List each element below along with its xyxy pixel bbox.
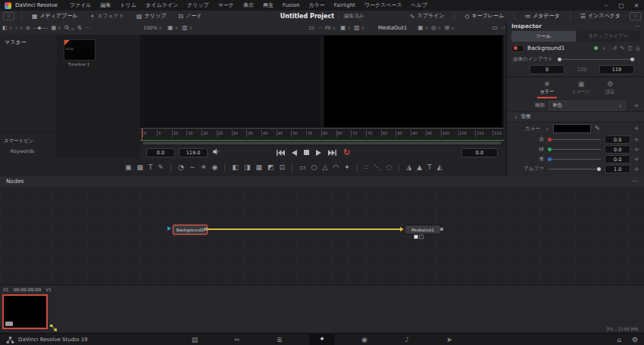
menu-item[interactable]: 編集 [96,2,116,8]
play-reverse-button[interactable] [292,150,297,156]
forward-icon[interactable]: › [20,26,23,31]
keyframe-icon[interactable]: ✛ [634,166,639,172]
merge-tool-icon[interactable]: ◧ [232,164,239,171]
merge-3d-tool-icon[interactable]: ◭ [437,164,442,171]
keyframe-icon[interactable]: ✛ [634,126,639,132]
keyframe-icon[interactable]: ✛ [634,103,639,109]
menu-item[interactable]: トリム [116,2,142,8]
menu-item[interactable]: クリップ [183,2,214,8]
ellipse-mask-tool-icon[interactable]: ○ [311,164,317,171]
blur-tool-icon[interactable]: ◉ [212,164,218,171]
channel-value-field[interactable]: 0.0 [605,145,630,154]
magic-mask-tool-icon[interactable]: ✦ [344,164,350,171]
metadata-button[interactable]: ≔メタデータ [518,11,566,21]
right-viewer[interactable] [322,35,504,128]
inspector-button[interactable]: ☰インスペクタ [574,11,627,21]
global-out-field[interactable]: 119 [599,65,634,74]
channel-value-field[interactable]: 1.0 [605,165,630,173]
keyframe-icon[interactable]: ✛ [634,147,639,153]
menu-item[interactable]: タイムライン [141,2,183,8]
tab-modifiers[interactable]: モディファイアー [577,31,641,42]
channel-slider[interactable] [548,139,601,140]
home-icon[interactable]: ⌂ [617,336,621,343]
viewer-assign-dot-1[interactable] [414,235,418,239]
node-graph[interactable]: Background1 MediaOut1 [0,186,644,284]
mediaout-output-port[interactable] [440,228,443,231]
brightness-contrast-tool-icon[interactable]: ☀ [200,164,206,171]
tab-tools[interactable]: ツール [511,31,576,42]
effects-button[interactable]: ✦エフェクト [84,11,131,21]
image-plane-3d-tool-icon[interactable]: ◮ [406,164,411,171]
expand-viewer-icon[interactable]: ▭ [492,25,498,31]
go-to-start-button[interactable] [277,150,285,156]
subtab-settings[interactable]: ⚙設定 [605,80,614,100]
inspector-options-icon[interactable]: ⋯ [634,23,640,30]
reset-icon[interactable]: ↺ [613,45,617,51]
usage-filter-icon[interactable]: ⊘ [26,26,30,31]
audio-mute-icon[interactable] [213,148,220,157]
particle-emitter-tool-icon[interactable]: ∴ [364,164,369,171]
viewer-assign-dot-2[interactable] [419,235,424,239]
settings-icon[interactable]: ◎ [636,45,640,51]
menu-item[interactable]: ファイル [65,2,96,8]
page-color[interactable]: ◉ [352,334,377,345]
page-fairlight[interactable]: ♪ [394,334,420,345]
media-pool-button[interactable]: ▦メディアプール [26,11,84,21]
maximize-button[interactable]: ▢ [614,2,629,9]
particle-render-tool-icon[interactable]: ◌ [386,164,392,171]
display-select-icon[interactable]: ▥∨ [354,25,364,31]
stop-button[interactable] [304,150,309,155]
menu-item[interactable]: Fusion [278,2,304,8]
thumbnail-zoom-slider[interactable] [33,28,48,29]
sort-icon[interactable]: ⇅ [77,26,82,31]
timeline-scrollbar[interactable] [140,141,504,146]
search-icon[interactable]: ∨ [64,25,74,32]
menu-item[interactable]: マーク [214,2,239,8]
collapse-left-toggle[interactable]: ▽ [3,12,14,20]
node-enable-toggle[interactable] [511,45,524,52]
spline-button[interactable]: ∿スプライン [404,11,451,21]
particle-merge-tool-icon[interactable]: ⋱ [374,164,380,171]
menu-item[interactable]: カラー [304,2,329,8]
page-media[interactable]: ▤ [182,334,208,345]
bspline-mask-tool-icon[interactable]: ◠ [333,164,339,171]
page-fusion[interactable]: ✦ [309,334,335,345]
channel-slider[interactable] [548,169,601,169]
display-select-icon[interactable]: ▥∨ [182,25,192,31]
nodes-button[interactable]: ⊡ノード [172,11,208,21]
lut-select-icon[interactable]: ▣∨ [417,25,428,31]
text-plus-tool-icon[interactable]: T [148,164,153,171]
back-icon[interactable]: ‹ [15,26,17,31]
3d-view-icon[interactable]: ◎∨ [431,25,441,31]
channel-slider[interactable] [548,149,601,150]
more-icon[interactable]: ⋯ [85,26,90,31]
menu-item[interactable]: Fairlight [330,2,360,8]
type-dropdown[interactable]: 単色∨ [549,101,626,110]
go-to-end-button[interactable] [328,150,336,156]
bin-item-master[interactable]: マスター [0,35,57,50]
play-button[interactable] [316,150,321,156]
polygon-mask-tool-icon[interactable]: △ [322,164,327,171]
close-button[interactable]: ✕ [629,2,644,9]
menu-item[interactable]: 表示 [239,2,258,8]
copy-icon[interactable]: ◫ [627,45,633,51]
color-expander-icon[interactable]: > [546,126,549,132]
global-inout-slider[interactable] [558,59,636,60]
pin-icon[interactable]: ✎ [620,45,624,51]
transform-tool-icon[interactable]: ⊡ [279,164,285,171]
guides-icon[interactable]: ⊞∨ [445,25,455,31]
timeline-clip-thumbnail[interactable]: 00:00 [64,39,95,61]
global-in-field[interactable]: 0 [530,65,564,74]
rectangle-mask-tool-icon[interactable]: ▭ [299,164,306,171]
matte-control-tool-icon[interactable]: ▦ [255,164,262,171]
range-start-field[interactable]: 0.0 [146,148,175,157]
color-keyer-tool-icon[interactable]: ◩ [267,164,274,171]
menu-item[interactable]: ワークスペース [360,2,407,8]
fit-select[interactable]: Fit∨ [325,25,336,31]
shape-3d-tool-icon[interactable]: ▲ [417,164,422,171]
channel-select-icon[interactable]: ▣∨ [167,25,178,31]
keyframes-button[interactable]: ◇キーフレーム [458,11,510,21]
collapse-right-toggle[interactable]: ▽ [630,12,641,20]
paint-tool-icon[interactable]: ✎ [158,164,164,171]
expand-viewer-icon[interactable]: ▭ [308,25,314,31]
